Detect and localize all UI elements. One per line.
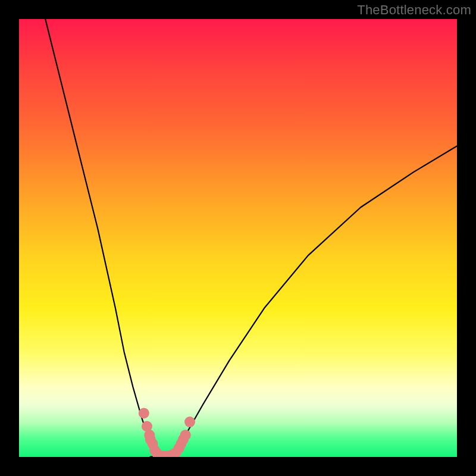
marker-dot	[180, 430, 191, 440]
marker-dot	[139, 408, 149, 418]
chart-frame: TheBottleneck.com	[0, 0, 476, 476]
plot-area	[19, 19, 457, 457]
marker-dot	[184, 416, 195, 427]
series-left-curve	[45, 19, 168, 456]
chart-svg	[19, 19, 457, 457]
series-right-curve	[168, 146, 457, 455]
watermark-text: TheBottleneck.com	[357, 2, 471, 18]
